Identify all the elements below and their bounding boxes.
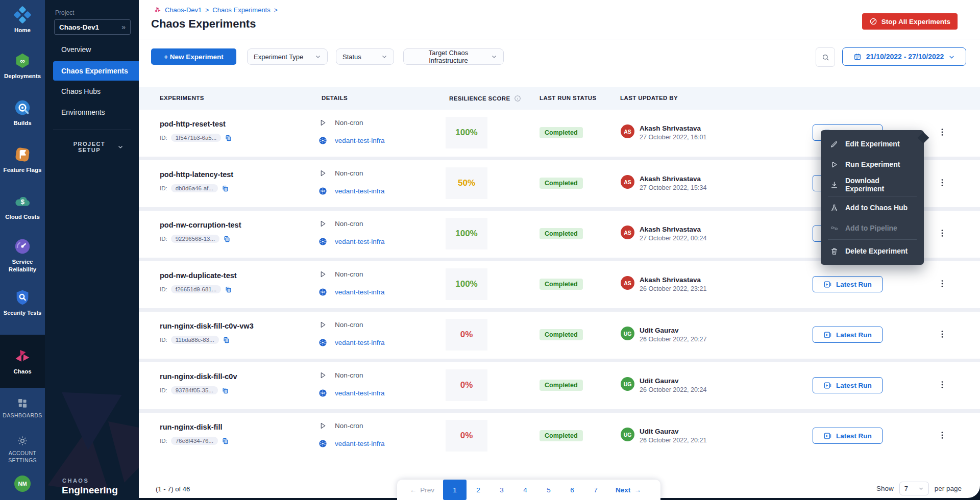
sidebar-item-environments[interactable]: Environments xyxy=(45,103,139,122)
show-label: Show xyxy=(876,485,894,492)
user-name: Udit Gaurav xyxy=(640,377,706,385)
experiment-id: 93784f05-35... xyxy=(171,386,218,394)
chevron-down-icon xyxy=(948,54,955,60)
expand-project-icon[interactable]: » xyxy=(121,23,126,31)
row-menu-button[interactable] xyxy=(933,123,951,141)
nav-security-tests[interactable]: Security Tests xyxy=(0,289,45,316)
nav-feature-flags[interactable]: Feature Flags xyxy=(0,146,45,174)
copy-icon[interactable] xyxy=(222,387,229,394)
menu-item-edit-experiment[interactable]: Edit Experiment xyxy=(821,134,924,154)
nav-deployments[interactable]: ∞ Deployments xyxy=(0,52,45,80)
row-menu-button[interactable] xyxy=(933,325,951,343)
project-label: Project xyxy=(55,9,74,16)
menu-item-run-experiment[interactable]: Run Experiment xyxy=(821,154,924,174)
page-button-4[interactable]: 4 xyxy=(513,480,537,500)
builds-icon xyxy=(14,99,31,116)
nav-dashboards[interactable]: DASHBOARDS xyxy=(0,397,45,419)
copy-icon[interactable] xyxy=(225,134,232,142)
user-avatar[interactable]: NM xyxy=(14,476,31,492)
nav-cloud-costs[interactable]: $ Cloud Costs xyxy=(0,193,45,221)
updated-timestamp: 27 October 2022, 15:34 xyxy=(640,184,706,191)
experiment-id: db8d6a46-af... xyxy=(171,184,218,192)
infrastructure-link[interactable]: vedant-test-infra xyxy=(335,288,385,296)
kubernetes-infra-icon xyxy=(318,389,327,397)
copy-icon[interactable] xyxy=(222,185,229,192)
breadcrumb-link-project[interactable]: Chaos-Dev1 xyxy=(165,6,202,14)
page-button-6[interactable]: 6 xyxy=(560,480,584,500)
date-range-picker[interactable]: 21/10/2022 - 27/10/2022 xyxy=(842,47,966,66)
play-icon xyxy=(318,270,327,279)
resilience-score: 100% xyxy=(446,218,487,249)
menu-divider xyxy=(828,239,917,240)
menu-item-download-experiment[interactable]: Download Experiment xyxy=(821,174,924,195)
run-report-icon xyxy=(823,432,832,440)
nav-home[interactable]: Home xyxy=(0,6,45,34)
pagination-bar: ← Prev 1234567 Next → xyxy=(397,480,660,500)
new-experiment-button[interactable]: + New Experiment xyxy=(151,48,236,65)
copy-icon[interactable] xyxy=(223,235,231,243)
kubernetes-infra-icon xyxy=(318,136,327,145)
latest-run-button[interactable]: Latest Run xyxy=(813,276,883,292)
row-menu-button[interactable] xyxy=(933,426,951,444)
stop-all-experiments-button[interactable]: Stop All Experiments xyxy=(862,13,958,30)
experiment-name: run-nginx-disk-fill xyxy=(160,423,222,431)
row-menu-button[interactable] xyxy=(933,376,951,394)
breadcrumb-link-chaos-experiments[interactable]: Chaos Experiments xyxy=(212,6,270,14)
experiment-type-filter[interactable]: Experiment Type xyxy=(247,48,328,65)
latest-run-button[interactable]: Latest Run xyxy=(813,377,883,393)
sidebar-item-overview[interactable]: Overview xyxy=(45,40,139,59)
play-icon xyxy=(318,371,327,380)
nav-service-reliability[interactable]: Service Reliability xyxy=(0,238,45,273)
target-chaos-infrastructure-filter[interactable]: Target Chaos Infrastructure xyxy=(403,48,504,65)
nav-builds[interactable]: Builds xyxy=(0,99,45,127)
status-filter[interactable]: Status xyxy=(336,48,394,65)
play-icon xyxy=(318,320,327,329)
sidebar-item-chaos-hubs[interactable]: Chaos Hubs xyxy=(45,82,139,101)
menu-item-add-to-pipeline[interactable]: Add to Pipeline xyxy=(821,218,924,238)
user-name: Udit Gaurav xyxy=(640,327,706,334)
copy-icon[interactable] xyxy=(222,437,229,445)
page-button-2[interactable]: 2 xyxy=(467,480,490,500)
breadcrumb-separator: > xyxy=(274,7,278,14)
prev-page-button[interactable]: ← Prev xyxy=(401,486,443,494)
per-page-select[interactable]: 7 xyxy=(899,482,929,495)
project-sidebar: Project Chaos-Dev1 » Overview Chaos Expe… xyxy=(45,0,139,500)
menu-item-delete-experiment[interactable]: Delete Experiment xyxy=(821,241,924,261)
search-button[interactable] xyxy=(816,47,835,67)
updated-timestamp: 27 October 2022, 16:01 xyxy=(640,134,706,141)
latest-run-button[interactable]: Latest Run xyxy=(813,327,883,343)
infrastructure-link[interactable]: vedant-test-infra xyxy=(335,389,385,397)
row-menu-button[interactable] xyxy=(933,224,951,242)
next-page-button[interactable]: Next → xyxy=(607,486,649,494)
page-button-7[interactable]: 7 xyxy=(584,480,607,500)
infrastructure-link[interactable]: vedant-test-infra xyxy=(335,238,385,245)
status-badge: Completed xyxy=(540,228,583,239)
nav-account-settings[interactable]: ACCOUNT SETTINGS xyxy=(0,435,45,464)
page-button-5[interactable]: 5 xyxy=(537,480,560,500)
menu-item-add-to-chaos-hub[interactable]: Add to Chaos Hub xyxy=(821,197,924,218)
infrastructure-link[interactable]: vedant-test-infra xyxy=(335,187,385,195)
infrastructure-link[interactable]: vedant-test-infra xyxy=(335,339,385,346)
schedule-type: Non-cron xyxy=(335,220,363,228)
infrastructure-link[interactable]: vedant-test-infra xyxy=(335,440,385,447)
svg-text:∞: ∞ xyxy=(20,57,25,65)
nav-chaos[interactable]: Chaos xyxy=(0,335,45,388)
run-report-icon xyxy=(823,280,832,289)
experiment-id: 76e8f434-76... xyxy=(171,437,218,445)
sidebar-item-chaos-experiments[interactable]: Chaos Experiments xyxy=(53,61,139,81)
run-report-icon xyxy=(823,331,832,339)
row-menu-button[interactable] xyxy=(933,173,951,192)
project-selector[interactable]: Chaos-Dev1 » xyxy=(54,19,131,35)
latest-run-button[interactable]: Latest Run xyxy=(813,428,883,444)
chaos-hub-icon xyxy=(830,204,839,212)
copy-icon[interactable] xyxy=(223,336,230,344)
user-name: Akash Shrivastava xyxy=(640,226,706,233)
copy-icon[interactable] xyxy=(225,286,232,293)
page-button-3[interactable]: 3 xyxy=(490,480,513,500)
page-button-1[interactable]: 1 xyxy=(443,480,467,500)
infrastructure-link[interactable]: vedant-test-infra xyxy=(335,137,385,144)
info-icon[interactable] xyxy=(514,95,521,102)
row-menu-button[interactable] xyxy=(933,274,951,293)
user-name: Akash Shrivastava xyxy=(640,276,706,284)
project-setup-toggle[interactable]: PROJECT SETUP xyxy=(61,141,124,153)
